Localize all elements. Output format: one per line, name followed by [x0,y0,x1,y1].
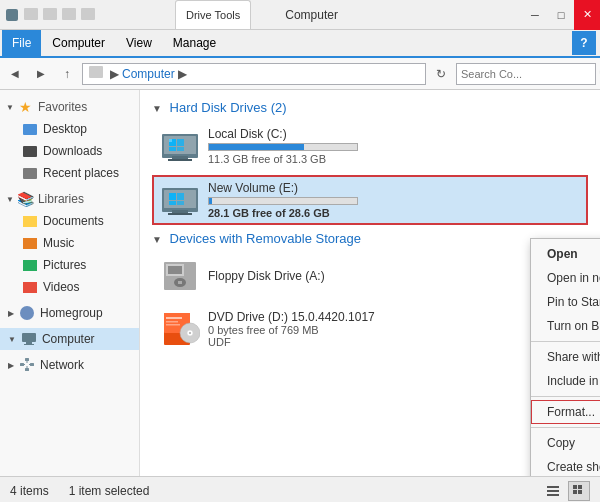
svg-rect-15 [168,159,192,161]
computer-expand-icon: ▼ [8,335,16,344]
computer-section: ▼ Computer [0,328,139,350]
sidebar-item-computer[interactable]: ▼ Computer [0,328,139,350]
favorites-icon: ★ [18,99,34,115]
ctx-include-library[interactable]: Include in library ▶ [531,369,600,393]
minimize-button[interactable]: ─ [522,0,548,30]
removable-header[interactable]: ▼ Devices with Removable Storage [152,231,588,246]
ctx-copy[interactable]: Copy [531,431,600,455]
svg-rect-41 [166,324,180,326]
favorites-section: ▼ ★ Favorites Desktop Downloads Recent p… [0,96,139,184]
menu-tabs: File Computer View Manage ? [0,30,600,56]
quick-access-icons [24,8,95,22]
back-button[interactable]: ◀ [4,63,26,85]
network-section: ▶ Network [0,354,139,376]
context-menu: Open Open in new window Pin to Start Tur… [530,238,600,476]
status-bar: 4 items 1 item selected [0,476,600,502]
list-view-button[interactable] [542,481,564,501]
app-icon [6,9,18,21]
hard-disk-expand-icon: ▼ [152,103,162,114]
videos-icon [22,279,38,295]
ctx-separator-3 [531,427,600,428]
ctx-bitlocker[interactable]: Turn on BitLocker... [531,314,600,338]
libraries-section: ▼ 📚 Libraries Documents Music Pictures V… [0,188,139,298]
drive-item-e[interactable]: New Volume (E:) 28.1 GB free of 28.6 GB [152,175,588,225]
address-path[interactable]: ▶ Computer ▶ [82,63,426,85]
svg-rect-47 [573,490,577,494]
maximize-button[interactable]: □ [548,0,574,30]
svg-rect-6 [30,363,34,366]
favorites-label: Favorites [38,100,87,114]
sidebar-item-documents[interactable]: Documents [0,210,139,232]
svg-rect-0 [89,66,103,78]
sidebar-item-pictures[interactable]: Pictures [0,254,139,276]
libraries-header[interactable]: ▼ 📚 Libraries [0,188,139,210]
svg-rect-4 [25,358,29,361]
drive-a-icon [160,258,200,294]
svg-rect-27 [169,201,176,205]
drive-c-progress-bar [209,144,304,150]
drive-item-c[interactable]: Local Disk (C:) 11.3 GB free of 31.3 GB [152,121,588,171]
details-view-button[interactable] [568,481,590,501]
drive-e-icon [160,182,200,218]
ctx-pin-to-start[interactable]: Pin to Start [531,290,600,314]
drive-d-icon [160,311,200,347]
hard-disk-header[interactable]: ▼ Hard Disk Drives (2) [152,100,588,115]
favorites-header[interactable]: ▼ ★ Favorites [0,96,139,118]
ctx-share-with[interactable]: Share with ▶ [531,345,600,369]
title-bar-center: Computer [101,0,522,29]
ctx-format[interactable]: Format... [531,400,600,424]
search-box[interactable]: 🔍 [456,63,596,85]
sidebar-item-network[interactable]: ▶ Network [0,354,139,376]
svg-rect-31 [168,266,182,274]
svg-rect-45 [573,485,577,489]
forward-button[interactable]: ▶ [30,63,52,85]
drive-tools-tab[interactable]: Drive Tools [175,0,251,29]
libraries-icon: 📚 [18,191,34,207]
drive-c-progress [208,143,358,151]
up-button[interactable]: ↑ [56,63,78,85]
svg-point-38 [189,332,191,334]
sidebar-item-recent[interactable]: Recent places [0,162,139,184]
svg-rect-46 [578,485,582,489]
sidebar-item-downloads[interactable]: Downloads [0,140,139,162]
sidebar-item-music[interactable]: Music [0,232,139,254]
drive-item-d[interactable]: DVD Drive (D:) 15.0.4420.1017 0 bytes fr… [152,304,588,354]
drive-c-icon [160,128,200,164]
svg-rect-39 [166,317,182,319]
close-button[interactable]: ✕ [574,0,600,30]
sidebar: ▼ ★ Favorites Desktop Downloads Recent p… [0,90,140,476]
title-controls: ─ □ ✕ [522,0,600,29]
sidebar-item-videos[interactable]: Videos [0,276,139,298]
homegroup-section: ▶ Homegroup [0,302,139,324]
svg-rect-25 [169,193,176,200]
ctx-create-shortcut[interactable]: Create shortcut [531,455,600,476]
drive-e-progress-bar [209,198,212,204]
title-bar: Drive Tools Computer ─ □ ✕ [0,0,600,30]
help-button[interactable]: ? [572,31,596,55]
computer-menu-tab[interactable]: Computer [42,30,115,56]
sidebar-item-desktop[interactable]: Desktop [0,118,139,140]
svg-rect-42 [547,486,559,488]
ctx-open-new-window[interactable]: Open in new window [531,266,600,290]
removable-expand-icon: ▼ [152,234,162,245]
view-menu-tab[interactable]: View [116,30,162,56]
search-input[interactable] [461,68,599,80]
drive-e-progress [208,197,358,205]
network-expand-icon: ▶ [8,361,14,370]
sidebar-item-homegroup[interactable]: ▶ Homegroup [0,302,139,324]
drive-c-info: Local Disk (C:) 11.3 GB free of 31.3 GB [208,127,580,165]
manage-menu-tab[interactable]: Manage [163,30,226,56]
address-bar: ◀ ▶ ↑ ▶ Computer ▶ ↻ 🔍 [0,58,600,90]
file-menu-tab[interactable]: File [2,30,41,56]
libraries-expand-icon: ▼ [6,195,14,204]
svg-rect-48 [578,490,582,494]
drive-item-a[interactable]: Floppy Disk Drive (A:) [152,252,588,300]
file-area: ▼ Hard Disk Drives (2) [140,90,600,476]
path-computer[interactable]: Computer [122,67,175,81]
drive-d-info: DVD Drive (D:) 15.0.4420.1017 0 bytes fr… [208,310,580,348]
homegroup-expand-icon: ▶ [8,309,14,318]
refresh-button[interactable]: ↻ [430,63,452,85]
ctx-open[interactable]: Open [531,242,600,266]
items-count: 4 items [10,484,49,498]
svg-rect-24 [168,213,192,215]
